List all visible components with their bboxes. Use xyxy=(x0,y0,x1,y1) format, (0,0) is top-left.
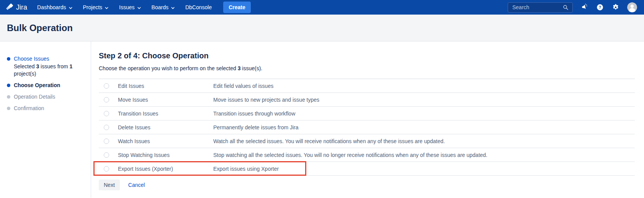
selected-issues-count: 3 xyxy=(36,63,39,69)
operation-radio-export-issues-xporter[interactable] xyxy=(104,166,109,172)
operation-radio-watch-issues[interactable] xyxy=(104,139,109,144)
selected-projects-count: 1 xyxy=(70,63,73,69)
nav-item-boards[interactable]: Boards xyxy=(146,0,180,15)
svg-text:?: ? xyxy=(599,5,601,10)
operation-label: Export Issues (Xporter) xyxy=(118,166,213,172)
announcements-megaphone-icon[interactable] xyxy=(580,3,588,12)
step-confirmation-label: Confirmation xyxy=(14,105,44,112)
chevron-down-icon xyxy=(137,4,141,10)
search-icon xyxy=(562,4,569,11)
operation-row-edit-issues: Edit Issues Edit field values of issues xyxy=(99,79,635,93)
note-text: Selected xyxy=(14,63,36,69)
subtitle-text: Choose the operation you wish to perform… xyxy=(99,65,238,71)
operation-label: Move Issues xyxy=(118,97,213,103)
operation-radio-stop-watching-issues[interactable] xyxy=(104,152,109,158)
step-bullet-icon xyxy=(7,84,10,87)
operation-row-watch-issues: Watch Issues Watch all the selected issu… xyxy=(99,134,635,148)
operation-radio-edit-issues[interactable] xyxy=(104,83,109,89)
operation-row-move-issues: Move Issues Move issues to new projects … xyxy=(99,93,635,107)
help-icon[interactable]: ? xyxy=(596,3,604,12)
jira-mark-icon xyxy=(5,3,14,12)
nav-right-section: ? xyxy=(508,2,637,13)
nav-item-dbconsole[interactable]: DbConsole xyxy=(180,0,217,15)
operation-description: Export issues using Xporter xyxy=(213,166,635,172)
top-nav-bar: Jira Dashboards Projects Issues Boards D… xyxy=(0,0,644,15)
step-bullet-icon xyxy=(7,107,10,110)
step-choose-issues: Choose Issues Selected 3 issues from 1 p… xyxy=(7,55,81,78)
step-subtitle: Choose the operation you wish to perform… xyxy=(99,65,635,71)
search-input[interactable] xyxy=(512,4,562,11)
operation-radio-move-issues[interactable] xyxy=(104,97,109,102)
create-button[interactable]: Create xyxy=(223,2,251,13)
wizard-steps-sidebar: Choose Issues Selected 3 issues from 1 p… xyxy=(0,41,91,198)
page-header: Bulk Operation xyxy=(0,15,644,41)
nav-item-label: DbConsole xyxy=(185,4,212,10)
operation-row-export-issues-xporter: Export Issues (Xporter) Export issues us… xyxy=(99,162,635,176)
step-confirmation: Confirmation xyxy=(7,105,81,112)
chevron-down-icon xyxy=(105,4,108,10)
operation-description: Edit field values of issues xyxy=(213,83,635,89)
page-title: Bulk Operation xyxy=(7,23,73,33)
operations-table: Edit Issues Edit field values of issues … xyxy=(99,79,635,176)
step-choose-operation-label: Choose Operation xyxy=(14,82,60,89)
operation-description: Permanently delete issues from Jira xyxy=(213,124,635,130)
step-operation-details: Operation Details xyxy=(7,93,81,101)
nav-item-label: Issues xyxy=(119,4,134,10)
operation-row-stop-watching-issues: Stop Watching Issues Stop watching all t… xyxy=(99,148,635,162)
settings-gear-icon[interactable] xyxy=(611,3,620,12)
operation-description: Stop watching all the selected issues. Y… xyxy=(213,152,635,158)
step-choose-issues-link[interactable]: Choose Issues xyxy=(14,55,49,63)
content-area: Choose Issues Selected 3 issues from 1 p… xyxy=(0,41,644,198)
operation-label: Stop Watching Issues xyxy=(118,152,213,158)
operation-label: Delete Issues xyxy=(118,124,213,130)
operation-description: Move issues to new projects and issue ty… xyxy=(213,97,635,103)
chevron-down-icon xyxy=(69,4,72,10)
operation-row-transition-issues: Transition Issues Transition issues thro… xyxy=(99,107,635,120)
step-bullet-icon xyxy=(7,57,10,61)
operation-radio-transition-issues[interactable] xyxy=(104,111,109,116)
note-text: issues from xyxy=(39,63,69,69)
nav-item-label: Dashboards xyxy=(37,4,66,10)
operation-label: Watch Issues xyxy=(118,138,213,144)
step-heading: Step 2 of 4: Choose Operation xyxy=(99,51,635,60)
step-operation-details-label: Operation Details xyxy=(14,93,55,101)
next-button[interactable]: Next xyxy=(99,180,120,190)
jira-logo[interactable]: Jira xyxy=(5,3,27,12)
step-bullet-icon xyxy=(7,95,10,99)
operation-row-delete-issues: Delete Issues Permanently delete issues … xyxy=(99,120,635,134)
nav-item-label: Boards xyxy=(152,4,168,10)
step-choose-operation: Choose Operation xyxy=(7,82,81,89)
note-text: project(s) xyxy=(14,71,36,77)
step-choose-issues-note: Selected 3 issues from 1 project(s) xyxy=(14,63,81,78)
operation-description: Transition issues through workflow xyxy=(213,111,635,117)
wizard-actions: Next Cancel xyxy=(99,180,635,190)
subtitle-text: issue(s). xyxy=(240,65,262,71)
operation-radio-delete-issues[interactable] xyxy=(104,125,109,130)
brand-wordmark: Jira xyxy=(16,3,27,12)
user-avatar[interactable] xyxy=(627,2,637,12)
cancel-link[interactable]: Cancel xyxy=(128,182,145,188)
operation-description: Watch all the selected issues. You will … xyxy=(213,138,635,144)
quick-search-box[interactable] xyxy=(508,2,573,13)
nav-item-label: Projects xyxy=(83,4,103,10)
chevron-down-icon xyxy=(171,4,175,10)
main-panel: Step 2 of 4: Choose Operation Choose the… xyxy=(91,41,644,198)
nav-item-dashboards[interactable]: Dashboards xyxy=(32,0,78,15)
operation-label: Transition Issues xyxy=(118,111,213,117)
nav-item-projects[interactable]: Projects xyxy=(78,0,114,15)
operation-label: Edit Issues xyxy=(118,83,213,89)
nav-item-issues[interactable]: Issues xyxy=(114,0,146,15)
